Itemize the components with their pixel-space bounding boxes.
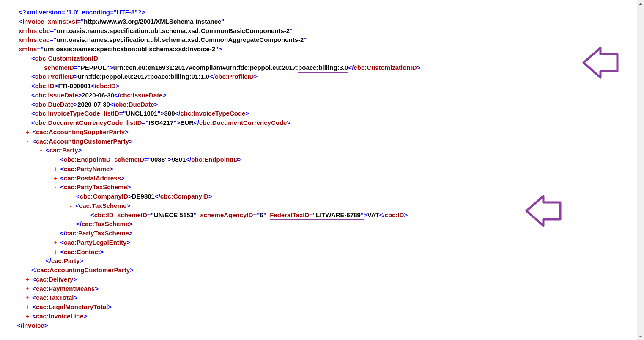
toggle-legalmonetarytotal[interactable]: +	[25, 302, 30, 312]
toggle-taxtotal[interactable]: +	[25, 293, 30, 302]
id: <cbc:ID>FTI-000001</cbc:ID>	[11, 81, 633, 91]
viewport: <?xml version="1.0" encoding="UTF-8"?> -…	[0, 0, 644, 340]
xml-tree-pane: <?xml version="1.0" encoding="UTF-8"?> -…	[0, 0, 637, 340]
root-ns-default: xmlns="urn:oasis:names:specification:ubl…	[11, 44, 633, 54]
xml-declaration: <?xml version="1.0" encoding="UTF-8"?>	[11, 8, 633, 17]
federaltaxid-attrname-highlight: FederalTaxID	[270, 211, 309, 220]
toggle-root[interactable]: -	[11, 17, 17, 26]
partytaxscheme-close: </cac:PartyTaxScheme>	[11, 229, 633, 238]
customizationid-open: <cbc:CustomizationID	[11, 54, 633, 63]
chevron-up-icon	[639, 3, 642, 5]
paymentmeans: + <cac:PaymentMeans>	[11, 284, 633, 293]
invoicetypecode: <cbc:InvoiceTypeCode listID="UNCL1001">3…	[11, 109, 633, 118]
taxtotal: + <cac:TaxTotal>	[11, 293, 633, 302]
toggle-postaladdress[interactable]: +	[52, 174, 58, 183]
root-ns-cbc: xmlns:cbc="urn:oasis:names:specification…	[11, 26, 633, 36]
toggle-invoiceline[interactable]: +	[25, 312, 30, 321]
toggle-customer[interactable]: -	[25, 137, 30, 146]
delivery: + <cac:Delivery>	[11, 275, 633, 284]
doccurrency: <cbc:DocumentCurrencyCode listID="ISO421…	[11, 118, 633, 127]
toggle-partyname[interactable]: +	[52, 164, 58, 174]
toggle-partytaxscheme[interactable]: -	[52, 182, 58, 192]
toggle-taxscheme[interactable]: -	[68, 201, 74, 210]
toggle-supplier[interactable]: +	[25, 127, 30, 137]
contact: + <cac:Contact>	[11, 247, 633, 257]
root-close: </Invoice>	[11, 321, 633, 330]
customizationid-highlight: poacc:billing:3.0	[298, 64, 348, 73]
partylegalentity: + <cac:PartyLegalEntity>	[11, 238, 633, 247]
party-close: </cac:Party>	[11, 256, 633, 265]
federaltaxid-value-highlight: LITWARE-6789	[316, 211, 361, 220]
legalmonetarytotal: + <cac:LegalMonetaryTotal>	[11, 302, 633, 312]
tax-id: <cbc:ID schemeID="UN/ECE 5153" schemeAge…	[11, 210, 633, 220]
postaladdress: + <cac:PostalAddress>	[11, 174, 633, 183]
toggle-contact[interactable]: +	[52, 247, 58, 257]
chevron-down-icon	[639, 336, 642, 337]
partytaxscheme-open: - <cac:PartyTaxScheme>	[11, 182, 633, 192]
partyname: + <cac:PartyName>	[11, 164, 633, 174]
root-open: - <Invoice xmlns:xsi="http://www.w3.org/…	[11, 17, 633, 26]
invoiceline: + <cac:InvoiceLine>	[11, 312, 633, 321]
profileid: <cbc:ProfileID>urn:fdc:peppol.eu:2017:po…	[11, 72, 633, 81]
toggle-delivery[interactable]: +	[25, 275, 30, 284]
customizationid-content: schemeID="PEPPOL">urn:cen.eu:en16931:201…	[11, 63, 633, 72]
taxscheme-close: </cac:TaxScheme>	[11, 219, 633, 229]
taxscheme-open: - <cac:TaxScheme>	[11, 201, 633, 210]
scroll-down-button[interactable]	[637, 333, 644, 340]
toggle-party[interactable]: -	[38, 146, 44, 155]
accountingcustomerparty-open: - <cac:AccountingCustomerParty>	[11, 137, 633, 146]
toggle-paymentmeans[interactable]: +	[25, 284, 30, 293]
toggle-partylegalentity[interactable]: +	[52, 238, 58, 247]
party-open: - <cac:Party>	[11, 146, 633, 155]
duedate: <cbc:DueDate>2020-07-30</cbc:DueDate>	[11, 100, 633, 109]
accountingsupplierparty: + <cac:AccountingSupplierParty>	[11, 127, 633, 137]
companyid: <cbc:CompanyID>DE9801</cbc:CompanyID>	[11, 192, 633, 201]
scroll-up-button[interactable]	[637, 0, 644, 7]
vertical-scrollbar[interactable]	[637, 0, 644, 340]
issuedate: <cbc:IssueDate>2020-06-30</cbc:IssueDate…	[11, 91, 633, 100]
accountingcustomerparty-close: </cac:AccountingCustomerParty>	[11, 265, 633, 275]
root-ns-cac: xmlns:cac="urn:oasis:names:specification…	[11, 35, 633, 44]
endpointid: <cbc:EndpointID schemeID="0088">9801</cb…	[11, 155, 633, 164]
